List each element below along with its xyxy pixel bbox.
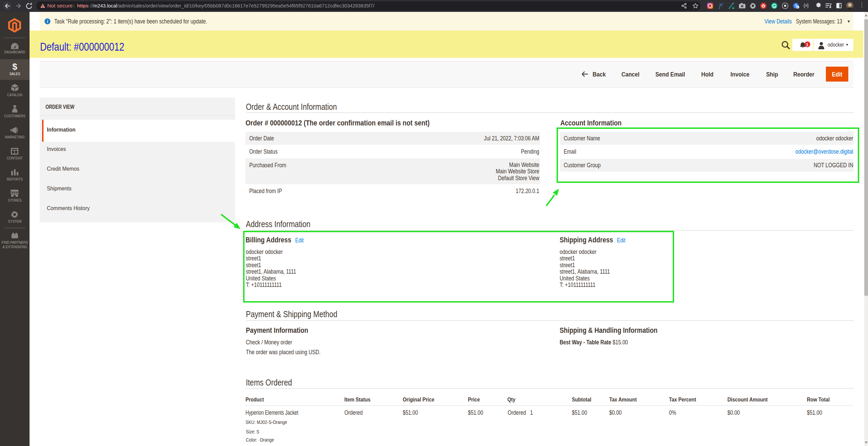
svg-text:i: i xyxy=(47,19,48,24)
